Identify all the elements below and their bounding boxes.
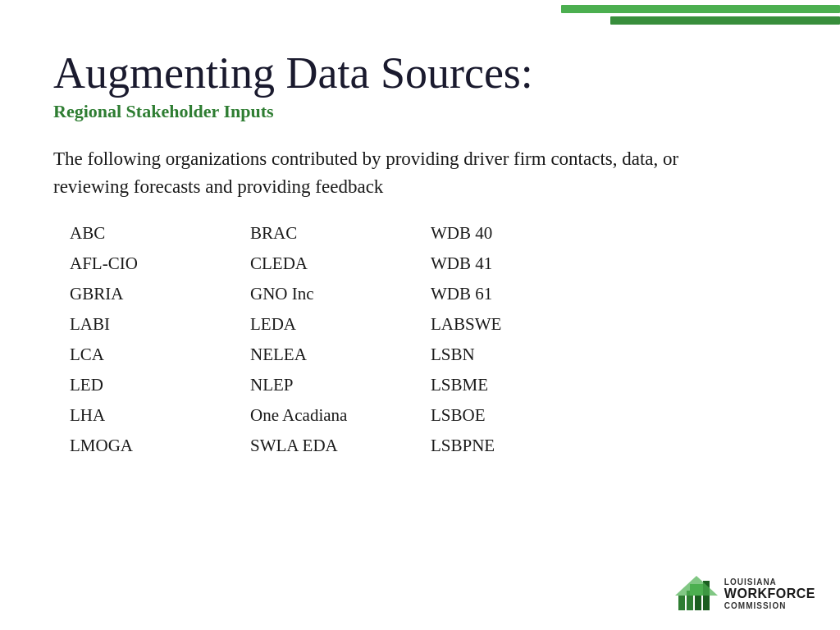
workforce-logo-icon: [675, 573, 718, 615]
org-labi: LABI: [70, 314, 250, 335]
org-lsbn: LSBN: [431, 345, 595, 365]
org-wdb40: WDB 40: [431, 223, 595, 244]
slide-content: Augmenting Data Sources: Regional Stakeh…: [0, 0, 840, 489]
org-lsbpne: LSBPNE: [431, 436, 595, 456]
org-lmoga: LMOGA: [70, 436, 250, 456]
org-wdb41: WDB 41: [431, 253, 595, 274]
logo-container: LOUISIANA WORKFORCE COMMISSION: [675, 573, 815, 615]
org-lsboe: LSBOE: [431, 405, 595, 426]
org-gnoinc: GNO Inc: [250, 284, 431, 304]
org-cleda: CLEDA: [250, 253, 431, 274]
svg-rect-0: [678, 596, 685, 610]
org-nelea: NELEA: [250, 345, 431, 365]
org-abc: ABC: [70, 223, 250, 244]
org-lha: LHA: [70, 405, 250, 426]
description-text: The following organizations contributed …: [53, 145, 726, 200]
org-led: LED: [70, 375, 250, 395]
org-lca: LCA: [70, 345, 250, 365]
top-bar-green-light: [561, 5, 840, 13]
logo-text: LOUISIANA WORKFORCE COMMISSION: [724, 578, 815, 610]
top-bar-green-dark: [610, 16, 840, 25]
subtitle: Regional Stakeholder Inputs: [53, 101, 787, 122]
org-aflcio: AFL-CIO: [70, 253, 250, 274]
org-labswe: LABSWE: [431, 314, 595, 335]
main-title: Augmenting Data Sources:: [53, 49, 787, 98]
top-decorative-bars: [561, 0, 840, 25]
org-brac: BRAC: [250, 223, 431, 244]
org-lsbme: LSBME: [431, 375, 595, 395]
org-gbria: GBRIA: [70, 284, 250, 304]
svg-rect-5: [690, 584, 703, 596]
logo-commission: COMMISSION: [724, 601, 787, 610]
organizations-table: ABC BRAC WDB 40 AFL-CIO CLEDA WDB 41 GBR…: [70, 223, 787, 456]
org-oneacadiana: One Acadiana: [250, 405, 431, 426]
logo-workforce: WORKFORCE: [724, 587, 815, 601]
logo-louisiana: LOUISIANA: [724, 578, 777, 587]
org-wdb61: WDB 61: [431, 284, 595, 304]
org-swlaeda: SWLA EDA: [250, 436, 431, 456]
org-leda: LEDA: [250, 314, 431, 335]
org-nlep: NLEP: [250, 375, 431, 395]
